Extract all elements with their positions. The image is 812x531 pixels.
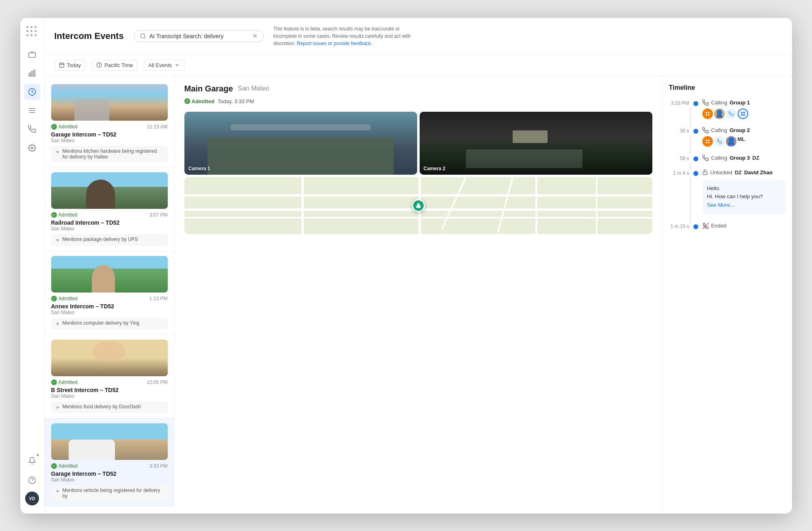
tl-time-4: 1 m 4 s [669,169,689,215]
page-title: Intercom Events [54,31,124,41]
timeline-item-4: 1 m 4 s Unlocked DZ David Zhao Hello. Hi… [669,169,786,215]
chevron-down-icon [174,62,180,68]
user-avatar[interactable]: VD [25,492,39,505]
tl-group-1: Group 1 [730,100,750,106]
event-name: B Street Intercom – TD52 [51,387,168,393]
orange-grid-icon [705,139,710,144]
camera-1-label: Camera 1 [188,166,210,171]
list-item[interactable]: ✓ Admitted 11:23 AM Garage Intercom – TD… [45,79,174,167]
svg-point-23 [718,111,721,113]
tl-avatar-phone-rotate [726,108,736,119]
event-card-header: ✓ Admitted 11:23 AM [51,124,168,130]
feedback-link[interactable]: Report issues or provide feedback. [297,41,372,46]
event-location: San Mateo [51,310,168,315]
svg-line-12 [144,37,145,39]
svg-rect-31 [708,142,710,143]
event-name: Railroad Intercom – TD52 [51,219,168,226]
tl-avatar-grid [702,108,713,119]
svg-rect-22 [708,114,710,116]
svg-rect-2 [31,71,32,76]
calendar-icon [59,62,65,68]
tl-time-1: 3:33 PM [669,100,689,119]
event-name: Garage Intercom – TD52 [51,131,168,138]
svg-point-11 [141,34,145,38]
ai-snippet: ✦ Mentions vehicle being registered for … [51,485,168,501]
tl-avatar-ml [726,136,736,147]
tl-action-3: Calling [711,155,728,161]
event-card-header: ✓ Admitted 1:13 PM [51,296,168,301]
search-clear-button[interactable]: ✕ [252,33,258,39]
filter-date[interactable]: Today [54,60,86,71]
event-location: San Mateo [51,138,168,143]
app-grid-icon[interactable] [26,26,38,37]
list-item[interactable]: ✓ Admitted 3:33 PM Garage Intercom – TD5… [45,418,174,507]
help-button[interactable] [24,472,40,488]
tl-avatar-grid-blue [738,108,748,119]
nav-icon-phone[interactable] [24,121,40,137]
status-badge: ✓ Admitted [51,296,78,301]
detail-header: Main Garage San Mateo [184,84,652,93]
tl-content-2: Calling Group 2 [702,127,786,147]
conv-line1: Hello. [707,184,781,193]
tl-dot-1 [693,101,698,106]
event-time: 3:33 PM [149,463,168,469]
tl-row-5: Ended [702,223,786,229]
svg-rect-30 [706,142,707,143]
event-card-header: ✓ Admitted 3:07 PM [51,212,168,218]
tl-initials-dz-3: DZ [752,155,759,161]
tl-action-4: Unlocked [710,169,732,176]
admitted-dot: ✓ [51,212,57,218]
tl-avatars-1 [702,108,748,119]
phone-rotate-icon [729,111,734,116]
conversation-box: Hello. Hi. How can I help you? See More.… [702,180,786,215]
see-more-link[interactable]: See More... [707,202,734,208]
tl-avatars-2: ML [702,136,745,147]
event-card-header: ✓ Admitted 3:33 PM [51,463,168,469]
tl-row-1: Calling Group 1 [702,100,786,119]
filter-events[interactable]: All Events [144,60,184,71]
search-input[interactable] [149,33,249,39]
event-location: San Mateo [51,393,168,399]
tl-dot-2 [693,129,698,134]
icon-bar: VD [20,18,45,514]
map-pin [412,199,425,212]
header: Intercom Events ✕ This feature is in bet… [45,18,792,55]
event-time: 3:07 PM [149,212,168,218]
filter-timezone[interactable]: Pacific Time [92,60,137,71]
search-bar[interactable]: ✕ [134,30,264,42]
event-location: San Mateo [51,477,168,483]
status-badge: ✓ Admitted [51,212,78,218]
timeline-title: Timeline [669,84,786,91]
svg-rect-33 [703,172,707,174]
svg-rect-21 [706,114,707,116]
svg-rect-27 [743,114,745,116]
svg-rect-1 [29,73,30,76]
map-background [184,177,652,234]
admitted-dot: ✓ [51,379,57,385]
tl-initials-dz-4: DZ [735,169,742,176]
notifications-button[interactable] [24,453,40,469]
tl-row-4: Unlocked DZ David Zhao [702,169,786,176]
status-badge: ✓ Admitted [51,463,78,469]
detail-city: San Mateo [238,85,269,92]
list-item[interactable]: ✓ Admitted 3:07 PM Railroad Intercom – T… [45,167,174,251]
tl-action-1: Calling [711,100,728,106]
event-thumbnail [51,172,168,209]
ai-icon: ✦ [55,404,60,411]
tl-row-3: Calling Group 3 DZ [702,155,786,161]
detail-time: Today, 3:33 PM [218,98,254,104]
svg-rect-0 [29,52,36,57]
svg-rect-28 [706,139,707,141]
camera-1-view [184,112,417,175]
list-item[interactable]: ✓ Admitted 12:05 PM B Street Intercom – … [45,335,174,418]
tl-group-3: Group 3 [730,155,750,161]
list-item[interactable]: ✓ Admitted 1:13 PM Annex Intercom – TD52… [45,251,174,335]
nav-icon-chart[interactable] [24,65,40,81]
nav-icon-settings[interactable] [24,140,40,156]
timeline-item-3: 58 s Calling Group 3 DZ [669,155,786,161]
nav-icon-events[interactable] [24,84,40,100]
nav-icon-camera[interactable] [24,46,40,63]
svg-rect-20 [708,112,710,113]
nav-icon-list[interactable] [24,102,40,119]
person-icon [715,109,724,118]
